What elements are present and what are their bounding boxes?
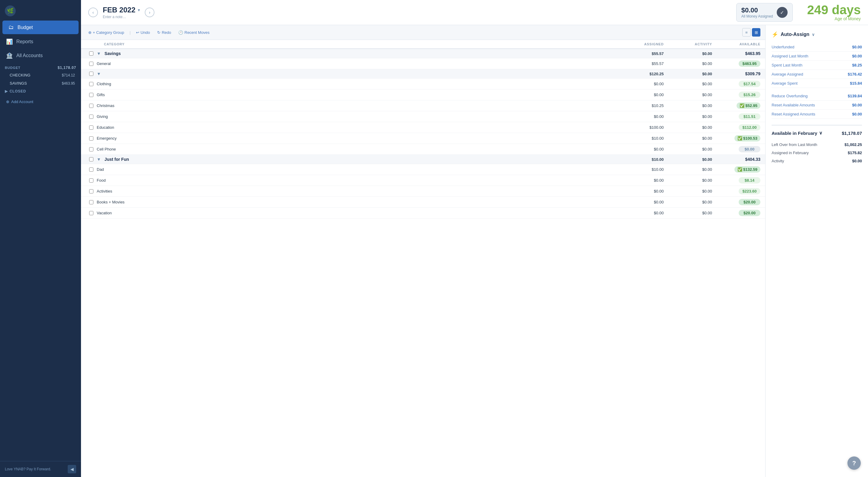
metric-spent-last-month: Spent Last Month $8.25 [772, 61, 862, 70]
cat-education: Education [97, 125, 615, 130]
row-gifts-checkbox[interactable] [89, 93, 93, 97]
food-available[interactable]: $8.14 [739, 177, 761, 183]
grid-icon: ⊞ [755, 30, 758, 35]
vacation-activity: $0.00 [664, 211, 712, 215]
sidebar: 🌿 🗂 Budget 📊 Reports 🏦 All Accounts BUDG… [0, 0, 81, 477]
books-movies-available[interactable]: $20.00 [739, 199, 761, 205]
closed-section[interactable]: ▶ CLOSED [0, 87, 81, 95]
enter-note[interactable]: Enter a note… [103, 15, 140, 19]
group-unnamed-toggle[interactable]: ▼ [97, 71, 101, 76]
metrics-list: Underfunded $0.00 Assigned Last Month $0… [772, 42, 862, 119]
sidebar-accounts-label: All Accounts [16, 53, 42, 58]
row-clothing: Clothing $0.00 $0.00 $17.54 [81, 79, 765, 89]
metric-rava-label[interactable]: Reset Available Amounts [772, 103, 815, 107]
group-savings-available: $463.95 [712, 51, 761, 56]
row-education-checkbox[interactable] [89, 125, 93, 130]
general-available[interactable]: $463.95 [739, 60, 761, 67]
metric-aa-label[interactable]: Average Assigned [772, 72, 803, 77]
available-title: Available in February ∨ [772, 130, 823, 136]
next-month-button[interactable]: › [145, 7, 154, 17]
budget-area: ⊕ + Category Group | ↩ Undo ↻ Redo 🕐 Rec… [81, 25, 765, 477]
row-emergency-checkbox[interactable] [89, 136, 93, 141]
grid-view-button[interactable]: ⊞ [752, 28, 761, 37]
cat-gifts: Gifts [97, 92, 615, 97]
metric-slm-value: $8.25 [852, 63, 862, 67]
group-jff-available: $404.33 [712, 157, 761, 162]
group-just-for-fun[interactable]: ▼ Just for Fun $10.00 $0.00 $404.33 [81, 155, 765, 164]
metric-slm-label[interactable]: Spent Last Month [772, 63, 802, 67]
cat-activities: Activities [97, 189, 615, 193]
auto-assign-header[interactable]: ⚡ Auto-Assign ∨ [772, 31, 862, 38]
metric-as-label[interactable]: Average Spent [772, 81, 798, 86]
dad-available[interactable]: ✅$132.59 [735, 166, 761, 173]
sidebar-item-budget[interactable]: 🗂 Budget [2, 21, 79, 34]
row-emergency: Emergency $10.00 $0.00 ✅$100.53 [81, 133, 765, 144]
row-giving-checkbox[interactable] [89, 115, 93, 119]
sidebar-item-all-accounts[interactable]: 🏦 All Accounts [0, 49, 81, 63]
plus-icon: ⊕ [88, 30, 92, 35]
christmas-available[interactable]: ✅$52.95 [737, 102, 761, 109]
sidebar-item-reports[interactable]: 📊 Reports [0, 35, 81, 49]
account-checking[interactable]: CHECKING $714.12 [0, 71, 81, 79]
undo-icon: ↩ [136, 30, 139, 35]
recent-moves-button[interactable]: 🕐 Recent Moves [176, 29, 212, 36]
cell-phone-available[interactable]: $0.00 [739, 146, 761, 152]
group-savings[interactable]: ▼ Savings $55.57 $0.00 $463.95 [81, 49, 765, 58]
gifts-available[interactable]: $15.26 [739, 92, 761, 98]
metric-underfunded: Underfunded $0.00 [772, 42, 862, 52]
prev-month-button[interactable]: ‹ [88, 7, 98, 17]
row-clothing-checkbox[interactable] [89, 82, 93, 86]
vacation-available[interactable]: $20.00 [739, 210, 761, 216]
available-amount-big: $1,178.07 [842, 130, 862, 136]
gifts-assigned: $0.00 [615, 92, 664, 97]
giving-available[interactable]: $11.51 [739, 113, 761, 120]
summary-list: Left Over from Last Month $1,002.25 Assi… [772, 141, 862, 165]
group-jff-checkbox[interactable] [89, 157, 93, 161]
row-cell-phone: Cell Phone $0.00 $0.00 $0.00 [81, 144, 765, 155]
sidebar-collapse-button[interactable]: ◀ [68, 465, 76, 473]
group-jff-name: Just for Fun [104, 157, 129, 162]
group-jff-toggle[interactable]: ▼ [97, 157, 101, 162]
redo-button[interactable]: ↻ Redo [155, 29, 174, 36]
clothing-available[interactable]: $17.54 [739, 81, 761, 87]
row-vacation-checkbox[interactable] [89, 211, 93, 215]
education-available[interactable]: $112.00 [739, 124, 761, 130]
lightning-icon: ⚡ [772, 31, 778, 38]
cat-giving: Giving [97, 114, 615, 119]
row-christmas-checkbox[interactable] [89, 104, 93, 108]
metric-rasa-label[interactable]: Reset Assigned Amounts [772, 112, 815, 116]
emergency-available[interactable]: ✅$100.53 [735, 135, 761, 142]
metric-as-value: $15.84 [850, 81, 862, 86]
row-books-movies-checkbox[interactable] [89, 200, 93, 204]
add-account-button[interactable]: ⊕ Add Account [5, 98, 76, 106]
account-savings[interactable]: SAVINGS $463.95 [0, 79, 81, 87]
group-unnamed[interactable]: ▼ $120.25 $0.00 $309.79 [81, 69, 765, 79]
age-of-money: 249 days Age of Money [807, 4, 861, 21]
metric-underfunded-label[interactable]: Underfunded [772, 45, 794, 49]
undo-button[interactable]: ↩ Undo [133, 29, 152, 36]
row-dad-checkbox[interactable] [89, 168, 93, 172]
row-activities-checkbox[interactable] [89, 189, 93, 193]
row-general-checkbox[interactable] [89, 62, 93, 66]
available-header[interactable]: Available in February ∨ $1,178.07 [772, 130, 862, 136]
closed-toggle-icon: ▶ [5, 89, 8, 93]
metric-underfunded-value: $0.00 [852, 45, 862, 49]
row-food-checkbox[interactable] [89, 178, 93, 183]
list-view-button[interactable]: ≡ [742, 28, 751, 37]
group-unnamed-checkbox[interactable] [89, 72, 93, 76]
activities-available[interactable]: $223.60 [739, 188, 761, 195]
col-assigned: ASSIGNED [615, 42, 664, 46]
help-button[interactable]: ? [847, 456, 861, 470]
vacation-assigned: $0.00 [615, 211, 664, 215]
group-savings-toggle[interactable]: ▼ [97, 51, 101, 56]
group-savings-checkbox[interactable] [89, 51, 93, 56]
row-activities: Activities $0.00 $0.00 $223.60 [81, 186, 765, 197]
metric-ro-label[interactable]: Reduce Overfunding [772, 94, 808, 98]
row-cell-phone-checkbox[interactable] [89, 147, 93, 151]
metric-alm-label[interactable]: Assigned Last Month [772, 54, 808, 58]
add-category-group-button[interactable]: ⊕ + Category Group [86, 29, 127, 36]
money-assigned-pill: $0.00 All Money Assigned ✓ [736, 3, 793, 22]
month-dropdown-icon[interactable]: ▾ [138, 7, 140, 12]
col-available: AVAILABLE [712, 42, 761, 46]
accounts-icon: 🏦 [6, 52, 13, 59]
